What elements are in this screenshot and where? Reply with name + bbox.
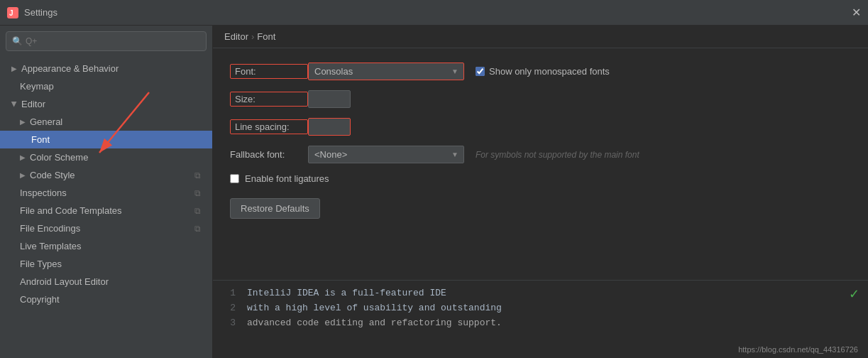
breadcrumb-separator: › bbox=[251, 31, 254, 42]
sidebar-item-font[interactable]: Font bbox=[0, 131, 212, 148]
arrow-icon: ▶ bbox=[20, 118, 26, 126]
url-watermark: https://blog.csdn.net/qq_44316726 bbox=[738, 345, 858, 354]
line-number-3: 3 bbox=[221, 316, 236, 331]
line-spacing-label: Line spacing: bbox=[230, 119, 308, 134]
sidebar-item-appearance[interactable]: ▶ Appearance & Behavior bbox=[0, 60, 212, 77]
size-input[interactable]: 19 bbox=[308, 90, 351, 108]
sidebar-item-label: General bbox=[30, 116, 62, 127]
code-line-1: 1 IntelliJ IDEA is a full-featured IDE bbox=[221, 286, 868, 301]
line-spacing-input[interactable]: 1.2 bbox=[308, 118, 351, 136]
monospaced-checkbox[interactable] bbox=[476, 67, 485, 76]
sidebar-items-list: ▶ Appearance & Behavior Keymap ▶ Editor … bbox=[0, 57, 212, 358]
fallback-font-label: Fallback font: bbox=[230, 149, 308, 160]
fallback-hint: For symbols not supported by the main fo… bbox=[476, 150, 639, 160]
sidebar-item-label: Copyright bbox=[20, 294, 60, 305]
copy-icon: ⧉ bbox=[194, 206, 201, 216]
line-number-1: 1 bbox=[221, 286, 236, 301]
sidebar-item-live-templates[interactable]: Live Templates bbox=[0, 237, 212, 255]
font-label: Font: bbox=[230, 64, 308, 79]
fallback-font-select[interactable]: <None> bbox=[308, 146, 464, 163]
sidebar-item-label: Code Style bbox=[30, 170, 75, 180]
arrow-icon: ▶ bbox=[20, 153, 26, 161]
arrow-down-icon: ▶ bbox=[11, 102, 18, 107]
sidebar-item-label: File and Code Templates bbox=[20, 205, 122, 216]
sidebar-item-label: Font bbox=[31, 134, 50, 145]
sidebar-item-general[interactable]: ▶ General bbox=[0, 113, 212, 131]
sidebar-item-editor[interactable]: ▶ Editor bbox=[0, 95, 212, 113]
copy-icon: ⧉ bbox=[194, 224, 201, 234]
arrow-icon: ▶ bbox=[20, 171, 26, 179]
sidebar-item-color-scheme[interactable]: ▶ Color Scheme bbox=[0, 148, 212, 166]
sidebar-item-file-code-templates[interactable]: File and Code Templates ⧉ bbox=[0, 202, 212, 219]
fallback-font-row: Fallback font: <None> ▼ For symbols not … bbox=[230, 146, 851, 163]
search-box[interactable]: 🔍 bbox=[6, 31, 207, 51]
sidebar-item-label: Android Layout Editor bbox=[20, 276, 109, 287]
sidebar-item-label: Inspections bbox=[20, 188, 67, 198]
size-row: Size: 19 bbox=[230, 90, 851, 108]
search-input[interactable] bbox=[26, 36, 200, 46]
sidebar-item-android-layout-editor[interactable]: Android Layout Editor bbox=[0, 273, 212, 291]
line-number-2: 2 bbox=[221, 301, 236, 316]
code-line-2: 2 with a high level of usability and out… bbox=[221, 301, 868, 316]
restore-defaults-button[interactable]: Restore Defaults bbox=[230, 198, 320, 219]
right-panel: Editor › Font Font: Consolas ▼ Show only… bbox=[213, 26, 868, 358]
main-layout: 🔍 ▶ Appearance & Behavior Keymap ▶ Edito… bbox=[0, 26, 868, 358]
size-label: Size: bbox=[230, 92, 308, 107]
font-row: Font: Consolas ▼ Show only monospaced fo… bbox=[230, 63, 851, 80]
svg-text:J: J bbox=[9, 9, 13, 17]
close-button[interactable]: ✕ bbox=[852, 7, 861, 18]
sidebar-item-label: File Encodings bbox=[20, 223, 80, 234]
ligatures-checkbox[interactable] bbox=[230, 174, 239, 183]
code-preview: 1 IntelliJ IDEA is a full-featured IDE 2… bbox=[213, 280, 868, 358]
ligatures-label: Enable font ligatures bbox=[245, 173, 329, 184]
font-select-wrapper: Consolas ▼ bbox=[308, 63, 464, 80]
sidebar-item-file-encodings[interactable]: File Encodings ⧉ bbox=[0, 219, 212, 237]
title-bar: J Settings ✕ bbox=[0, 0, 868, 26]
ligatures-row: Enable font ligatures bbox=[230, 173, 851, 184]
sidebar-item-code-style[interactable]: ▶ Code Style ⧉ bbox=[0, 166, 212, 184]
sidebar-item-keymap[interactable]: Keymap bbox=[0, 77, 212, 95]
arrow-icon: ▶ bbox=[11, 65, 17, 72]
search-icon: 🔍 bbox=[12, 36, 23, 46]
sidebar-item-label: File Types bbox=[20, 259, 62, 269]
sidebar-item-label: Keymap bbox=[20, 81, 54, 92]
copy-icon: ⧉ bbox=[194, 170, 201, 180]
sidebar-item-inspections[interactable]: Inspections ⧉ bbox=[0, 184, 212, 202]
code-text-3: advanced code editing and refactoring su… bbox=[247, 316, 502, 331]
sidebar-item-label: Color Scheme bbox=[30, 152, 88, 163]
breadcrumb-current: Font bbox=[257, 31, 275, 42]
sidebar-item-label: Appearance & Behavior bbox=[21, 63, 119, 74]
panel-body: Font: Consolas ▼ Show only monospaced fo… bbox=[213, 48, 868, 280]
copy-icon: ⧉ bbox=[194, 188, 201, 198]
sidebar: 🔍 ▶ Appearance & Behavior Keymap ▶ Edito… bbox=[0, 26, 213, 358]
monospaced-label: Show only monospaced fonts bbox=[489, 66, 610, 77]
window-title: Settings bbox=[24, 7, 852, 18]
sidebar-item-file-types[interactable]: File Types bbox=[0, 255, 212, 273]
app-icon: J bbox=[7, 7, 18, 18]
monospaced-checkbox-row: Show only monospaced fonts bbox=[476, 66, 610, 77]
code-text-1: IntelliJ IDEA is a full-featured IDE bbox=[247, 286, 446, 301]
line-spacing-row: Line spacing: 1.2 bbox=[230, 118, 851, 136]
fallback-font-select-wrapper: <None> ▼ bbox=[308, 146, 464, 163]
code-line-3: 3 advanced code editing and refactoring … bbox=[221, 316, 868, 331]
breadcrumb: Editor › Font bbox=[213, 26, 868, 48]
font-select[interactable]: Consolas bbox=[308, 63, 464, 80]
breadcrumb-parent[interactable]: Editor bbox=[224, 31, 248, 42]
valid-check-icon: ✓ bbox=[849, 286, 859, 302]
code-text-2: with a high level of usability and outst… bbox=[247, 301, 502, 316]
sidebar-item-copyright[interactable]: Copyright bbox=[0, 291, 212, 308]
sidebar-item-label: Live Templates bbox=[20, 241, 81, 251]
sidebar-item-label: Editor bbox=[21, 99, 45, 109]
